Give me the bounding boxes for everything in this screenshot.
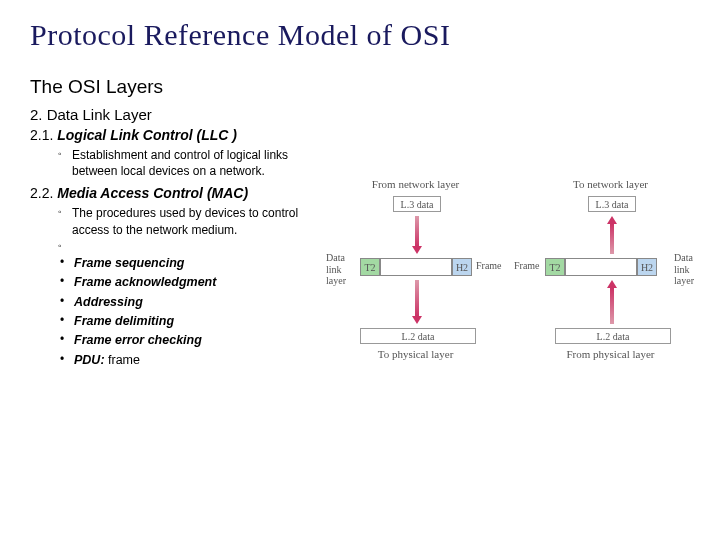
h2-segment: H2	[452, 258, 472, 276]
subsection-num: 2.2.	[30, 185, 53, 201]
subsection-1-text: Establishment and control of logical lin…	[72, 147, 330, 179]
empty-bullet	[72, 244, 330, 252]
l2-data-box: L.2 data	[555, 328, 671, 344]
l3-data-box: L.3 data	[588, 196, 636, 212]
bullet-list: Frame sequencing Frame acknowledgment Ad…	[60, 254, 330, 370]
svg-marker-1	[412, 246, 422, 254]
l2-data-box: L.2 data	[360, 328, 476, 344]
diagram-bottom-label: From physical layer	[523, 348, 698, 360]
frame-label: Frame	[514, 260, 540, 272]
svg-rect-7	[610, 288, 614, 324]
up-arrow-icon	[607, 216, 617, 254]
subsection-name: Logical Link Control (LLC )	[57, 127, 237, 143]
list-item: PDU: frame	[60, 351, 330, 370]
subsection-name: Media Access Control (MAC)	[57, 185, 248, 201]
subsection-1-heading: 2.1. Logical Link Control (LLC )	[30, 127, 330, 143]
diagram-top-label: To network layer	[523, 178, 698, 190]
h2-segment: H2	[637, 258, 657, 276]
svg-rect-5	[610, 224, 614, 254]
diagram-top-label: From network layer	[328, 178, 503, 190]
diagram-bottom-label: To physical layer	[328, 348, 503, 360]
frame-label: Frame	[476, 260, 502, 272]
diagram-right-col: To network layer L.3 data Frame T2 H2 Da…	[523, 178, 698, 194]
svg-marker-4	[607, 216, 617, 224]
subtitle: The OSI Layers	[30, 76, 330, 98]
frame-row: T2 H2	[360, 258, 472, 276]
section-heading: 2. Data Link Layer	[30, 106, 330, 123]
subsection-num: 2.1.	[30, 127, 53, 143]
svg-marker-3	[412, 316, 422, 324]
subsection-2-heading: 2.2. Media Access Control (MAC)	[30, 185, 330, 201]
text-column: The OSI Layers 2. Data Link Layer 2.1. L…	[30, 76, 330, 370]
list-item: Frame delimiting	[60, 312, 330, 331]
t2-segment: T2	[545, 258, 565, 276]
list-item: Frame sequencing	[60, 254, 330, 273]
page-title: Protocol Reference Model of OSI	[30, 18, 690, 52]
diagram-left-col: From network layer L.3 data Data link la…	[328, 178, 503, 194]
down-arrow-icon	[412, 280, 422, 324]
svg-rect-2	[415, 280, 419, 316]
list-item: Frame error checking	[60, 331, 330, 350]
payload-segment	[380, 258, 452, 276]
up-arrow-icon	[607, 280, 617, 324]
svg-rect-0	[415, 216, 419, 246]
subsection-2-text: The procedures used by devices to contro…	[72, 205, 330, 237]
dll-label: Data link layer	[674, 252, 702, 287]
down-arrow-icon	[412, 216, 422, 254]
payload-segment	[565, 258, 637, 276]
list-item: Addressing	[60, 293, 330, 312]
frame-row: T2 H2	[545, 258, 657, 276]
dll-label: Data link layer	[326, 252, 354, 287]
l3-data-box: L.3 data	[393, 196, 441, 212]
svg-marker-6	[607, 280, 617, 288]
t2-segment: T2	[360, 258, 380, 276]
list-item: Frame acknowledgment	[60, 273, 330, 292]
